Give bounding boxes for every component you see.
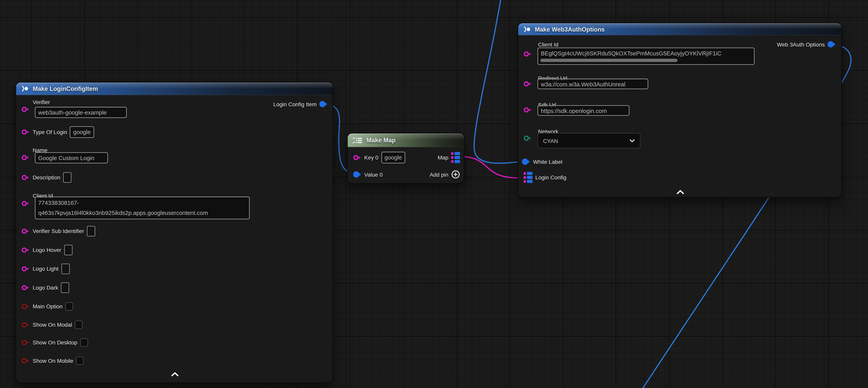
pin-sdk-url[interactable] [524,107,532,113]
pin-label-type-of-login: Type Of Login [33,129,67,135]
client-id-scrollbar[interactable] [540,59,678,62]
show-on-modal-checkbox[interactable] [75,320,83,329]
pin-label-show-on-modal: Show On Modal [33,321,72,327]
node-make-map[interactable]: Make Map Key 0 google Map Value 0 Add pi… [347,133,464,184]
make-struct-icon [523,26,531,33]
node-titlebar[interactable]: Make LoginConfigItem [16,82,333,95]
logo-hover-input[interactable] [64,244,72,255]
pin-show-on-desktop[interactable] [22,339,30,345]
show-on-mobile-checkbox[interactable] [76,356,84,364]
sdk-url-input[interactable]: https://sdk.openlogin.com [537,105,629,116]
network-dropdown-value: CYAN [543,138,558,144]
pin-verifier-sub-identifier[interactable] [22,228,30,234]
node-title: Make LoginConfigItem [33,85,98,92]
pin-label-show-on-desktop: Show On Desktop [33,339,77,345]
make-map-icon [352,137,363,144]
pin-label-logo-dark: Logo Dark [33,284,58,290]
pin-output-map[interactable] [451,151,460,163]
pin-label-main-option: Main Option [33,303,62,309]
pin-type-of-login[interactable] [22,129,30,135]
pin-label-show-on-mobile: Show On Mobile [33,357,73,363]
add-pin-label: Add pin [430,171,448,177]
description-input[interactable] [63,172,71,182]
pin-output-web3auth-options[interactable] [828,41,836,48]
node-title: Make Web3AuthOptions [535,26,605,33]
node-titlebar[interactable]: Make Web3AuthOptions [518,23,841,35]
pin-name[interactable] [22,155,30,161]
pin-output-login-config-item[interactable] [319,101,328,108]
name-input[interactable]: Google Custom Login [35,152,108,163]
node-title: Make Map [366,137,396,144]
add-pin-button[interactable] [451,170,460,179]
pin-verifier[interactable] [22,106,30,112]
chevron-down-icon [629,139,635,142]
wire-map-to-loginconfig[interactable] [464,157,520,178]
show-on-desktop-checkbox[interactable] [80,338,88,347]
pin-label-login-config: Login Config [535,174,566,180]
client-id-input[interactable]: 774338308167- q463s7kpvja16l4l0kko3nb925… [35,197,250,219]
pin-key0[interactable] [353,154,362,160]
pin-label-logo-light: Logo Light [33,266,59,272]
pin-logo-light[interactable] [22,266,30,272]
wire-top-to-whitelabel[interactable] [474,0,523,163]
pin-network[interactable] [524,135,532,141]
pin-show-on-modal[interactable] [22,321,30,327]
type-of-login-input[interactable]: google [70,126,94,138]
collapse-node-button[interactable] [170,372,179,376]
node-make-web3authoptions[interactable]: Make Web3AuthOptions Client Id Web 3Auth… [518,23,842,198]
pin-label-verifier-sub-identifier: Verifier Sub Identifier [33,228,84,234]
main-option-checkbox[interactable] [65,302,73,310]
pin-redirect-url[interactable] [524,81,532,87]
output-label-map: Map [438,154,448,160]
pin-value0[interactable] [353,171,362,178]
key0-input[interactable]: google [381,151,405,163]
logo-dark-input[interactable] [61,282,69,293]
network-dropdown[interactable]: CYAN [537,133,640,148]
node-titlebar[interactable]: Make Map [348,133,464,147]
blueprint-canvas[interactable]: Make LoginConfigItem Verifier web3auth-g… [0,0,868,388]
pin-label-white-label: White Label [533,159,562,165]
make-struct-icon [21,85,29,92]
pin-main-option[interactable] [22,303,30,309]
pin-client-id[interactable] [22,201,30,207]
pin-label-client-id: Client Id [538,41,558,47]
pin-label-value0: Value 0 [364,171,382,177]
verifier-sub-identifier-input[interactable] [87,226,95,236]
pin-logo-dark[interactable] [22,284,30,290]
output-label-web3auth-options: Web 3Auth Options [777,41,825,47]
collapse-node-button[interactable] [676,190,685,194]
pin-label-key0: Key 0 [364,154,378,160]
pin-client-id[interactable] [524,51,532,57]
client-id-input[interactable]: BEglQSgt4cUWcj6SKRdu5QkOXTsePmMcusG5EAoy… [537,48,754,65]
pin-show-on-mobile[interactable] [22,357,30,363]
pin-label-description: Description [33,174,61,180]
node-make-loginconfigitem[interactable]: Make LoginConfigItem Verifier web3auth-g… [16,82,333,383]
pin-login-config[interactable] [524,171,532,183]
pin-description[interactable] [22,174,30,180]
pin-label-logo-hover: Logo Hover [33,247,61,253]
pin-white-label[interactable] [522,158,530,165]
verifier-input[interactable]: web3auth-google-example [35,107,127,118]
redirect-url-input[interactable]: w3a://com.w3a.Web3AuthUnreal [537,79,648,89]
logo-light-input[interactable] [61,263,69,274]
pin-label-verifier: Verifier [33,99,50,105]
pin-logo-hover[interactable] [22,247,30,253]
output-label-login-config-item: Login Config Item [273,101,316,107]
